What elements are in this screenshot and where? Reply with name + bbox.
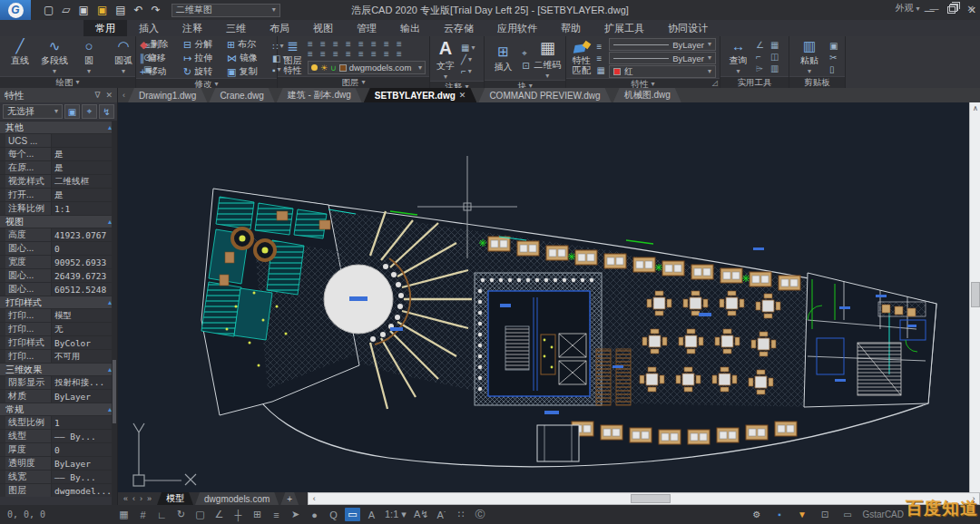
- match-properties-button[interactable]: 特性匹配: [570, 42, 593, 75]
- property-row[interactable]: 高度41923.0767: [0, 228, 117, 241]
- lineweight-dropdown[interactable]: ByLayer ▾: [609, 38, 716, 51]
- annotate-mini-tool[interactable]: ⌐▾: [461, 66, 475, 76]
- annotation-icon[interactable]: A: [364, 508, 379, 521]
- copy-tool[interactable]: ▣ 复制: [227, 65, 269, 78]
- layer-state-icon[interactable]: ≡: [358, 50, 371, 60]
- layer-dropdown[interactable]: ☀ ∪ dwgmodels.com ▾: [308, 61, 426, 74]
- drawing-canvas[interactable]: ∧: [118, 102, 980, 492]
- scale-value[interactable]: 1:1 ▾: [383, 508, 408, 521]
- print-icon[interactable]: ▤: [115, 4, 125, 16]
- ribbon-tab[interactable]: 注释: [171, 20, 214, 36]
- panel-label-draw[interactable]: 绘图▾: [0, 76, 135, 88]
- panel-label-layer[interactable]: 图层▾: [278, 76, 429, 88]
- rotate-tool[interactable]: ↻ 旋转: [183, 65, 225, 78]
- property-row[interactable]: 打印...无: [0, 322, 117, 335]
- layout-icon[interactable]: ▭: [839, 508, 855, 521]
- panel-launcher-icon[interactable]: ◿: [712, 79, 718, 87]
- paste-button[interactable]: ▥ 粘贴 ▾: [793, 39, 826, 76]
- utility-mini-tool[interactable]: ◫: [770, 52, 785, 63]
- annotation-visibility-icon[interactable]: A˙: [434, 508, 449, 521]
- ribbon-tab[interactable]: 云存储: [432, 20, 485, 36]
- layer-properties-button[interactable]: ≣ 图层特性: [281, 39, 304, 75]
- object-snap-icon[interactable]: ▢: [192, 508, 208, 521]
- layer-state-icon[interactable]: ≡: [320, 50, 333, 60]
- new-file-icon[interactable]: ▢: [44, 4, 54, 16]
- section-header[interactable]: 三维效果▴: [0, 363, 117, 375]
- cursor-icon[interactable]: ➤: [288, 508, 303, 521]
- document-tab[interactable]: Drawing1.dwg ✕: [128, 88, 207, 102]
- close-tab-icon[interactable]: ✕: [459, 91, 466, 100]
- pin-icon[interactable]: ∇: [94, 91, 100, 100]
- property-row[interactable]: 注释比例1:1: [0, 201, 117, 215]
- tab-scroll-left-icon[interactable]: ‹: [120, 88, 128, 102]
- section-header[interactable]: 打印样式▴: [0, 296, 117, 308]
- lineweight-icon[interactable]: ≡: [269, 508, 284, 521]
- auto-annotate-icon[interactable]: A↯: [412, 508, 431, 521]
- save-icon[interactable]: ▣: [79, 4, 89, 16]
- utility-mini-tool[interactable]: ∠: [756, 40, 770, 52]
- pick-object-icon[interactable]: ⌖: [82, 104, 97, 119]
- utility-mini-tool[interactable]: ⌐: [756, 52, 770, 63]
- utility-mini-tool[interactable]: ▥: [770, 63, 785, 75]
- layer-state-icon[interactable]: ≡: [397, 50, 409, 60]
- linetype-dropdown[interactable]: ByLayer ▾: [609, 52, 716, 64]
- ribbon-tab[interactable]: 扩展工具: [593, 20, 656, 36]
- property-row[interactable]: 材质ByLayer: [0, 389, 117, 403]
- ribbon-tab[interactable]: 帮助: [549, 20, 593, 36]
- ribbon-tab[interactable]: 协同设计: [656, 20, 720, 36]
- panel-label-utilities[interactable]: 实用工具: [720, 76, 789, 88]
- props-mini-icon[interactable]: ≡: [597, 42, 605, 52]
- document-tab[interactable]: COMMAND PREVIEW.dwg ✕: [478, 88, 611, 102]
- clipboard-mini-tool[interactable]: ▯: [829, 64, 838, 74]
- property-row[interactable]: 图层dwgmodel...: [0, 483, 117, 497]
- osnap-angle-icon[interactable]: ∠: [211, 508, 227, 521]
- annotate-mini-tool[interactable]: ╱▾: [461, 54, 475, 64]
- property-row[interactable]: 厚度0: [0, 442, 117, 456]
- text-tool-button[interactable]: A 文字 ▾: [434, 38, 457, 81]
- open-folder-icon[interactable]: ▱: [62, 4, 70, 16]
- redo-icon[interactable]: ↷: [152, 4, 161, 16]
- toggle-pickadd-icon[interactable]: ↯: [99, 104, 114, 119]
- layer-state-icon[interactable]: ≡: [371, 50, 384, 60]
- ribbon-tab[interactable]: 布局: [258, 20, 301, 36]
- layer-state-icon[interactable]: ≡: [346, 50, 358, 60]
- canvas-vertical-scrollbar[interactable]: ∧: [969, 102, 980, 492]
- property-row[interactable]: 圆心...26439.6723: [0, 268, 117, 282]
- layout-nav[interactable]: « ‹ › »: [118, 492, 157, 505]
- section-header[interactable]: 视图▴: [0, 215, 117, 228]
- document-tab[interactable]: SETBYLAYER.dwg ✕: [364, 88, 477, 102]
- clipboard-mini-tool[interactable]: ✂: [829, 53, 838, 63]
- property-row[interactable]: 圆心...60512.5248: [0, 282, 117, 296]
- color-dropdown[interactable]: 红 ▾: [609, 65, 716, 78]
- ribbon-tab[interactable]: 插入: [127, 20, 171, 36]
- document-tab[interactable]: 建筑 - 副本.dwg ✕: [277, 88, 362, 102]
- settings-gear-icon[interactable]: ⚙: [749, 508, 764, 521]
- palette-scrollbar[interactable]: [112, 121, 117, 506]
- mirror-tool[interactable]: ⋈ 镜像: [227, 52, 269, 64]
- section-header[interactable]: 其他▴: [0, 121, 117, 133]
- property-row[interactable]: 线型—— By...: [0, 429, 117, 442]
- doc-minimize-button[interactable]: —: [930, 4, 939, 14]
- property-row[interactable]: 打印...不可用: [0, 349, 117, 363]
- ribbon-tab[interactable]: 管理: [345, 20, 388, 36]
- property-row[interactable]: 在原...是: [0, 160, 117, 174]
- property-row[interactable]: 宽度90952.6933: [0, 255, 117, 268]
- clean-screen-icon[interactable]: Ⓒ: [472, 508, 487, 521]
- grid-icon[interactable]: #: [135, 508, 151, 521]
- insert-block-button[interactable]: ⊞ 插入: [488, 44, 518, 73]
- quick-select-icon[interactable]: ▣: [64, 104, 80, 119]
- property-row[interactable]: 打印...模型: [0, 308, 117, 322]
- polyline-tool[interactable]: ∿ 多段线 ▾: [38, 39, 71, 76]
- props-mini-icon[interactable]: ≡: [597, 53, 605, 63]
- block-mini-tool[interactable]: ⊡: [522, 61, 529, 71]
- property-row[interactable]: 视觉样式二维线框: [0, 174, 117, 188]
- dynamic-ucs-icon[interactable]: ⊞: [250, 508, 265, 521]
- property-row[interactable]: 打印样式ByColor: [0, 335, 117, 349]
- document-tab[interactable]: 机械图.dwg ✕: [613, 88, 681, 102]
- utility-mini-tool[interactable]: ▦: [770, 40, 785, 52]
- undo-icon[interactable]: ↶: [134, 4, 143, 16]
- line-tool[interactable]: ╱ 直线 ▾: [4, 39, 36, 76]
- property-row[interactable]: 每个...是: [0, 147, 117, 160]
- filter-icon[interactable]: ▼: [794, 508, 809, 521]
- erase-tool[interactable]: ◆ 删除: [140, 38, 181, 51]
